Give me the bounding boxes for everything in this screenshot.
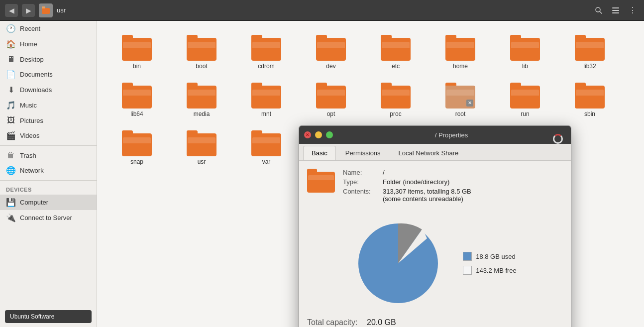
list-item[interactable]: lib bbox=[495, 31, 555, 74]
list-item[interactable]: bin bbox=[107, 31, 167, 74]
folder-highlight bbox=[252, 42, 280, 48]
svg-point-3 bbox=[596, 7, 600, 12]
dialog-titlebar: ✕ / Properties bbox=[299, 126, 571, 144]
menu-button[interactable]: ⋮ bbox=[626, 4, 639, 17]
sidebar-item-label: Connect to Server bbox=[20, 214, 91, 221]
contents-row: Contents: 313,307 items, totalling 8.5 G… bbox=[343, 188, 471, 203]
sidebar-item-pictures[interactable]: 🖼 Pictures bbox=[0, 113, 97, 128]
folder-highlight bbox=[317, 42, 345, 48]
folder-icon bbox=[510, 35, 540, 61]
folder-highlight bbox=[123, 90, 151, 96]
list-item[interactable]: opt bbox=[301, 79, 361, 121]
search-button[interactable] bbox=[592, 4, 605, 17]
list-item[interactable]: ✕ root bbox=[430, 79, 490, 121]
legend-free-label: 143.2 MB free bbox=[476, 267, 517, 274]
dialog-tabs: Basic Permissions Local Network Share bbox=[299, 144, 571, 161]
chart-legend: 18.8 GB used 143.2 MB free bbox=[463, 252, 517, 275]
folder-icon bbox=[381, 83, 411, 109]
sidebar-item-label: Desktop bbox=[20, 56, 91, 63]
svg-rect-7 bbox=[612, 12, 619, 13]
sidebar-item-network[interactable]: 🌐 Network bbox=[0, 163, 97, 178]
folder-highlight bbox=[123, 42, 151, 48]
list-item[interactable]: home bbox=[430, 31, 490, 74]
sidebar-item-downloads[interactable]: ⬇ Downloads bbox=[0, 82, 97, 98]
file-label: cdrom bbox=[258, 63, 274, 70]
folder-icon bbox=[316, 83, 346, 109]
list-item[interactable]: media bbox=[172, 79, 231, 121]
list-item[interactable]: usr bbox=[172, 126, 231, 174]
sidebar-item-label: Computer bbox=[20, 199, 91, 206]
info-table: Name: / Type: Folder (inode/directory) C… bbox=[343, 169, 471, 205]
file-label: etc bbox=[392, 63, 400, 70]
list-item[interactable]: dev bbox=[301, 31, 361, 74]
list-item[interactable]: cdrom bbox=[236, 31, 296, 74]
sidebar-item-desktop[interactable]: 🖥 Desktop bbox=[0, 52, 97, 67]
folder-body bbox=[381, 38, 411, 61]
folder-body bbox=[316, 38, 346, 61]
sidebar-item-computer[interactable]: 💾 Computer bbox=[0, 195, 97, 210]
ubuntu-software-button[interactable]: Ubuntu Software bbox=[5, 310, 92, 323]
sidebar-item-trash[interactable]: 🗑 Trash bbox=[0, 148, 97, 163]
list-item[interactable]: proc bbox=[366, 79, 426, 121]
legend-used: 18.8 GB used bbox=[463, 252, 517, 261]
list-item[interactable]: etc bbox=[366, 31, 426, 74]
list-item[interactable]: lib32 bbox=[560, 31, 620, 74]
folder-body bbox=[251, 38, 281, 61]
forward-button[interactable]: ▶ bbox=[22, 4, 35, 17]
list-item[interactable]: snap bbox=[107, 126, 167, 174]
file-label: mnt bbox=[261, 110, 271, 117]
trash-icon: 🗑 bbox=[6, 151, 16, 160]
folder-body bbox=[187, 133, 216, 156]
sidebar-item-label: Pictures bbox=[20, 117, 91, 124]
music-icon: 🎵 bbox=[6, 101, 16, 110]
folder-highlight bbox=[446, 90, 474, 96]
pictures-icon: 🖼 bbox=[6, 116, 16, 125]
folder-icon bbox=[251, 130, 281, 156]
folder-body bbox=[510, 38, 540, 61]
back-button[interactable]: ◀ bbox=[5, 4, 18, 17]
folder-body bbox=[251, 86, 281, 109]
app-icon bbox=[39, 3, 53, 17]
list-item[interactable]: sbin bbox=[560, 79, 620, 121]
list-item[interactable]: lib64 bbox=[107, 79, 167, 121]
folder-body bbox=[381, 86, 411, 109]
sidebar-item-documents[interactable]: 📄 Documents bbox=[0, 67, 97, 82]
tab-basic[interactable]: Basic bbox=[303, 146, 336, 160]
folder-highlight bbox=[511, 42, 539, 48]
main-layout: 🕐 Recent 🏠 Home 🖥 Desktop 📄 Documents ⬇ … bbox=[0, 21, 644, 327]
tab-local-network[interactable]: Local Network Share bbox=[390, 146, 467, 160]
folder-highlight bbox=[188, 90, 215, 96]
sidebar-item-recent[interactable]: 🕐 Recent bbox=[0, 21, 97, 36]
sidebar-item-music[interactable]: 🎵 Music bbox=[0, 98, 97, 113]
folder-body bbox=[122, 86, 152, 109]
file-label: lib bbox=[522, 63, 528, 70]
folder-body bbox=[575, 38, 605, 61]
folder-highlight bbox=[317, 90, 345, 96]
list-item[interactable]: run bbox=[495, 79, 555, 121]
file-label: media bbox=[194, 110, 210, 117]
tab-permissions[interactable]: Permissions bbox=[337, 146, 389, 160]
dialog-minimize-button[interactable] bbox=[315, 131, 322, 138]
folder-body bbox=[251, 133, 281, 156]
folder-icon bbox=[575, 83, 605, 109]
view-toggle-button[interactable] bbox=[609, 4, 622, 17]
svg-line-4 bbox=[600, 11, 602, 14]
loading-spinner bbox=[553, 134, 563, 144]
dialog-summary: Total capacity: 20.0 GB Filesystem type:… bbox=[307, 318, 563, 327]
recent-icon: 🕐 bbox=[6, 24, 16, 33]
contents-value: 313,307 items, totalling 8.5 GB (some co… bbox=[383, 188, 471, 203]
dialog-close-button[interactable]: ✕ bbox=[304, 131, 311, 138]
file-label: snap bbox=[130, 158, 143, 165]
list-item[interactable]: mnt bbox=[236, 79, 296, 121]
file-area: bin boot cdrom bbox=[97, 21, 644, 327]
folder-highlight bbox=[123, 137, 151, 143]
list-item[interactable]: var bbox=[236, 126, 296, 174]
dialog-maximize-button[interactable] bbox=[326, 131, 333, 138]
folder-icon bbox=[122, 35, 152, 61]
sidebar-item-videos[interactable]: 🎬 Videos bbox=[0, 128, 97, 143]
sidebar-item-home[interactable]: 🏠 Home bbox=[0, 36, 97, 52]
list-item[interactable]: boot bbox=[172, 31, 231, 74]
sidebar-item-label: Documents bbox=[20, 71, 91, 78]
sidebar-item-connect[interactable]: 🔌 Connect to Server bbox=[0, 210, 97, 225]
name-value: / bbox=[383, 169, 385, 176]
